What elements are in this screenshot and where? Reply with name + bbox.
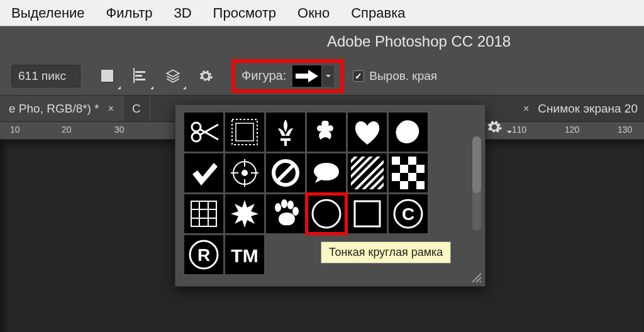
document-tab-right[interactable]: × Снимок экрана 20 [517, 96, 644, 122]
checkmark-icon: ✓ [353, 70, 364, 82]
svg-point-16 [275, 203, 281, 212]
svg-point-18 [287, 201, 294, 209]
menu-item-window[interactable]: Окно [297, 5, 330, 21]
settings-gear-icon[interactable] [194, 64, 218, 88]
svg-point-0 [192, 123, 201, 131]
shape-speech-bubble[interactable] [307, 153, 346, 192]
shape-starburst[interactable] [225, 194, 264, 233]
shape-label: Фигура: [242, 69, 286, 83]
shape-fleur-de-lis[interactable] [266, 113, 305, 152]
shape-target[interactable] [225, 153, 264, 192]
svg-point-19 [292, 207, 299, 216]
shape-thin-circle-frame[interactable] [307, 194, 346, 233]
svg-rect-14 [416, 181, 425, 189]
document-tab[interactable]: C [123, 96, 150, 121]
menu-item-help[interactable]: Справка [351, 5, 405, 21]
align-edges-label: Выров. края [369, 69, 437, 83]
menu-item-selection[interactable]: Выделение [11, 5, 85, 21]
ruler-mark: 130 [618, 124, 632, 135]
svg-point-1 [192, 133, 201, 141]
close-icon[interactable]: × [523, 103, 529, 114]
shape-dropdown-arrow[interactable] [323, 65, 334, 87]
close-icon[interactable]: × [108, 103, 114, 114]
menu-item-3d[interactable]: 3D [174, 5, 191, 21]
ruler-mark: 110 [512, 124, 526, 135]
svg-rect-21 [355, 201, 380, 226]
shape-registered[interactable]: R [184, 235, 223, 274]
shape-grid-3x3[interactable] [184, 194, 223, 233]
svg-point-17 [281, 199, 287, 208]
align-icon[interactable] [128, 64, 152, 88]
layers-icon[interactable] [161, 64, 185, 88]
resize-grip-icon[interactable] [470, 271, 482, 284]
svg-text:TM: TM [231, 245, 258, 266]
shape-preview[interactable] [292, 65, 321, 87]
svg-point-20 [313, 200, 340, 228]
svg-rect-11 [392, 173, 400, 181]
svg-rect-13 [400, 181, 408, 189]
svg-rect-15 [191, 201, 216, 226]
options-bar: Фигура: ✓ Выров. края [0, 57, 644, 96]
menu-item-filter[interactable]: Фильтр [106, 5, 153, 21]
shape-checkmark[interactable] [184, 153, 223, 192]
panel-menu-gear-icon[interactable] [486, 119, 513, 138]
svg-rect-12 [408, 173, 416, 181]
scrollbar[interactable] [472, 136, 481, 231]
ruler-mark: 30 [114, 124, 125, 135]
app-title: Adobe Photoshop CC 2018 [327, 33, 511, 50]
align-edges-checkbox[interactable]: ✓ Выров. края [353, 69, 437, 83]
shape-picker-highlight: Фигура: [231, 59, 344, 93]
size-input[interactable] [11, 65, 80, 87]
ruler-mark: 20 [62, 124, 72, 135]
svg-rect-3 [236, 123, 253, 141]
svg-rect-10 [416, 165, 425, 173]
shape-ornament[interactable] [307, 113, 346, 152]
shape-tooltip: Тонкая круглая рамка [321, 241, 451, 263]
ruler-mark: 10 [10, 124, 20, 135]
svg-rect-7 [392, 157, 400, 165]
shape-diagonal-hatch[interactable] [348, 153, 387, 192]
ruler-mark: 120 [565, 124, 579, 135]
shape-no-sign[interactable] [266, 153, 305, 192]
shape-blob[interactable] [389, 113, 428, 152]
shape-scissors[interactable] [184, 113, 223, 152]
scrollbar-thumb[interactable] [472, 136, 481, 193]
menu-item-view[interactable]: Просмотр [213, 5, 276, 21]
shape-heart[interactable] [348, 113, 387, 152]
svg-rect-9 [400, 165, 408, 173]
shape-trademark[interactable]: TM [225, 235, 264, 274]
menu-bar: Выделение Фильтр 3D Просмотр Окно Справк… [0, 0, 644, 26]
shape-thin-square-frame[interactable] [348, 194, 387, 233]
svg-rect-8 [408, 157, 416, 165]
shape-stamp-frame[interactable] [225, 113, 264, 152]
document-tab-active[interactable]: e Pho, RGB/8*) * × [0, 96, 123, 121]
title-bar: Adobe Photoshop CC 2018 [0, 26, 644, 57]
svg-point-5 [242, 170, 247, 175]
shape-copyright[interactable]: C [389, 194, 428, 233]
shape-paw[interactable] [266, 194, 305, 233]
fill-swatch[interactable] [96, 64, 119, 88]
shape-checker[interactable] [389, 153, 428, 192]
svg-text:R: R [197, 245, 210, 265]
svg-text:C: C [402, 204, 414, 224]
